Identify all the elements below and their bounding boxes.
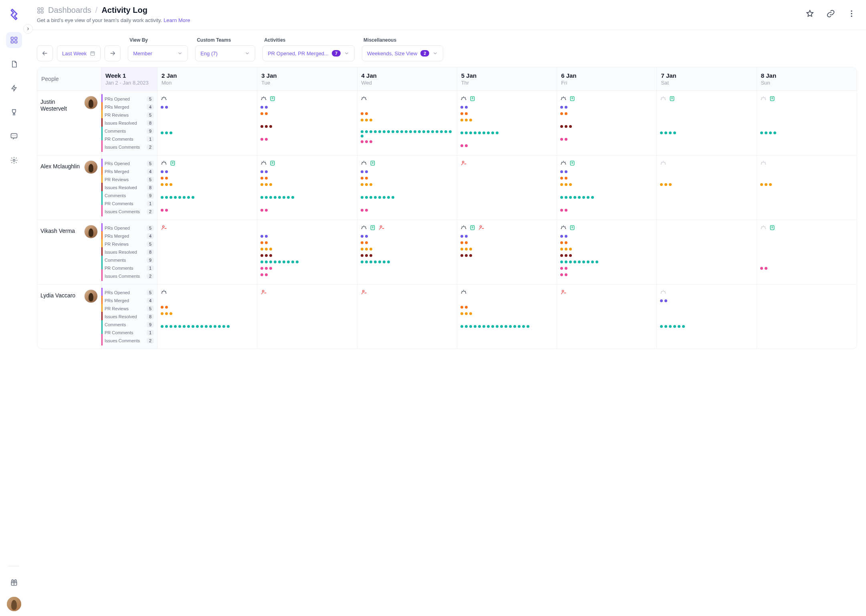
note-icon bbox=[569, 95, 575, 102]
day-cell[interactable] bbox=[457, 156, 557, 220]
activity-dots-cm bbox=[161, 194, 254, 200]
svg-rect-3 bbox=[15, 41, 17, 43]
summary-metric: PRs Merged4 bbox=[104, 103, 155, 111]
date-range-picker[interactable]: Last Week bbox=[57, 45, 101, 61]
nav-settings[interactable] bbox=[6, 152, 22, 168]
nav-activity[interactable] bbox=[6, 80, 22, 96]
day-cell[interactable] bbox=[757, 91, 857, 155]
misc-count-badge: 2 bbox=[420, 50, 429, 57]
day-cell[interactable] bbox=[157, 220, 257, 284]
sun-icon bbox=[460, 289, 467, 295]
misc-select[interactable]: Weekends, Size View 2 bbox=[362, 45, 443, 61]
sidebar-expand-button[interactable] bbox=[23, 24, 33, 34]
more-menu-button[interactable] bbox=[846, 8, 857, 19]
day-cell[interactable] bbox=[257, 156, 357, 220]
note-icon bbox=[569, 224, 575, 231]
day-cell[interactable] bbox=[357, 91, 457, 155]
share-link-button[interactable] bbox=[825, 8, 836, 19]
activity-dots-po bbox=[161, 297, 254, 304]
day-cell[interactable] bbox=[557, 285, 657, 349]
activity-dots-po bbox=[161, 168, 254, 175]
day-cell[interactable] bbox=[657, 91, 757, 155]
day-cell[interactable] bbox=[257, 285, 357, 349]
summary-metric: Issues Resolved8 bbox=[104, 184, 155, 192]
nav-docs[interactable] bbox=[6, 56, 22, 72]
day-cell[interactable] bbox=[257, 91, 357, 155]
activity-dots-pc bbox=[460, 200, 553, 207]
activity-dots-ir bbox=[361, 317, 454, 323]
activity-dots-cm bbox=[660, 323, 753, 329]
note-icon bbox=[469, 95, 476, 102]
activity-dots-pc bbox=[260, 329, 353, 336]
nav-goals[interactable] bbox=[6, 104, 22, 120]
day-cell[interactable] bbox=[257, 220, 357, 284]
svg-point-5 bbox=[12, 135, 13, 136]
note-icon bbox=[369, 160, 376, 166]
person-name-cell[interactable]: Lydia Vaccaro bbox=[37, 285, 101, 349]
day-cell[interactable] bbox=[557, 156, 657, 220]
activity-dots-po bbox=[260, 104, 353, 110]
activity-dots-ir bbox=[260, 123, 353, 129]
day-cell[interactable] bbox=[557, 220, 657, 284]
activities-select[interactable]: PR Opened, PR Merged... 7 bbox=[262, 45, 355, 61]
day-cell[interactable] bbox=[457, 220, 557, 284]
activity-dots-pm bbox=[660, 175, 753, 181]
person-name-cell[interactable]: Alex Mclaughlin bbox=[37, 156, 101, 220]
activity-dots-pm bbox=[460, 304, 553, 310]
learn-more-link[interactable]: Learn More bbox=[164, 17, 190, 23]
activity-dots-cm bbox=[660, 129, 753, 136]
person-name-cell[interactable]: Justin Westervelt bbox=[37, 91, 101, 155]
note-icon bbox=[769, 95, 775, 102]
day-cell[interactable] bbox=[757, 156, 857, 220]
nav-dashboards[interactable] bbox=[6, 32, 22, 48]
activity-dots-cm bbox=[660, 194, 753, 200]
day-cell[interactable] bbox=[457, 91, 557, 155]
summary-metric: PR Comments1 bbox=[104, 329, 155, 337]
viewby-select[interactable]: Member bbox=[128, 45, 188, 61]
breadcrumb-root[interactable]: Dashboards bbox=[48, 6, 91, 15]
day-cell[interactable] bbox=[657, 285, 757, 349]
day-cell[interactable] bbox=[357, 220, 457, 284]
day-cell[interactable] bbox=[357, 156, 457, 220]
activity-dots-ic bbox=[260, 271, 353, 278]
teams-select[interactable]: Eng (7) bbox=[195, 45, 255, 61]
day-cell[interactable] bbox=[657, 156, 757, 220]
activity-dots-ir bbox=[361, 123, 454, 129]
activity-dots-po bbox=[660, 233, 753, 239]
prev-range-button[interactable] bbox=[37, 45, 53, 61]
activity-dots-po bbox=[760, 233, 854, 239]
sun-icon bbox=[560, 160, 567, 166]
day-cell[interactable] bbox=[457, 285, 557, 349]
nav-chat[interactable] bbox=[6, 128, 22, 144]
activity-dots-ic bbox=[560, 207, 653, 213]
activity-dots-cm bbox=[361, 194, 454, 200]
svg-point-37 bbox=[562, 290, 564, 292]
day-cell[interactable] bbox=[657, 220, 757, 284]
day-cell[interactable] bbox=[757, 220, 857, 284]
day-cell[interactable] bbox=[757, 285, 857, 349]
summary-metric: PRs Merged4 bbox=[104, 297, 155, 305]
activity-dots-po bbox=[560, 297, 653, 304]
next-range-button[interactable] bbox=[105, 45, 121, 61]
person-name: Lydia Vaccaro bbox=[40, 292, 75, 299]
day-status-icons bbox=[260, 224, 353, 231]
day-cell[interactable] bbox=[157, 285, 257, 349]
favorite-button[interactable] bbox=[804, 8, 816, 19]
day-status-icons bbox=[660, 289, 753, 296]
activity-dots-pc bbox=[660, 136, 753, 142]
day-cell[interactable] bbox=[357, 285, 457, 349]
col-people: People bbox=[37, 67, 101, 91]
activity-dots-cm bbox=[260, 259, 353, 265]
day-cell[interactable] bbox=[557, 91, 657, 155]
day-cell[interactable] bbox=[157, 91, 257, 155]
day-status-icons bbox=[361, 160, 454, 167]
activity-dots-ic bbox=[660, 207, 753, 213]
person-name-cell[interactable]: Vikash Verma bbox=[37, 220, 101, 284]
activity-dots-pm bbox=[260, 110, 353, 117]
activity-dots-ic bbox=[760, 207, 854, 213]
app-logo[interactable] bbox=[6, 6, 22, 22]
activity-dots-po bbox=[660, 168, 753, 175]
day-cell[interactable] bbox=[157, 156, 257, 220]
day-status-icons bbox=[161, 289, 254, 296]
activities-count-badge: 7 bbox=[332, 50, 341, 57]
